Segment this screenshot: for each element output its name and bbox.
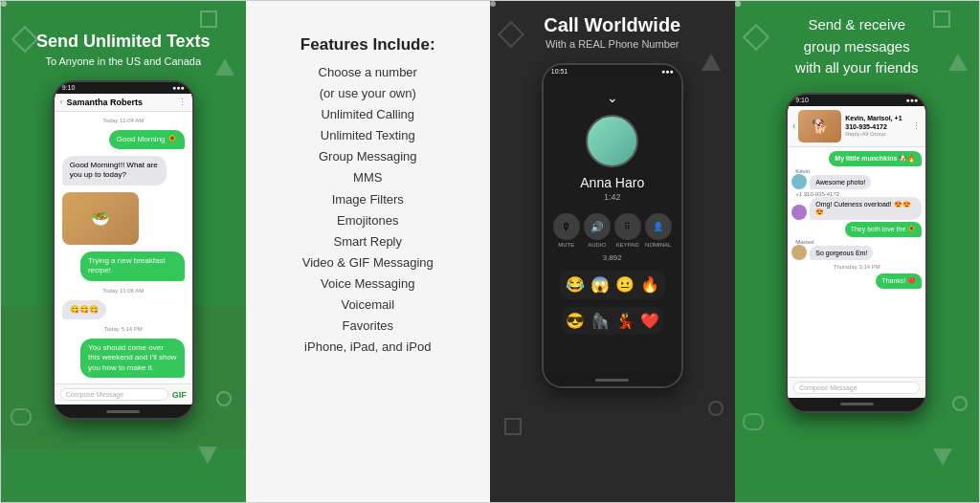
more-icon-group: ⋮	[912, 121, 921, 131]
panel-features: Features Include: Choose a number (or us…	[246, 1, 491, 502]
panel-4-content: Send & receive group messages with all y…	[735, 1, 980, 502]
group-chat-header: ‹ 🐕 Kevin, Marisol, +1 310-935-4172 Repl…	[788, 106, 925, 147]
emoji-scared[interactable]: 😱	[590, 275, 610, 294]
timestamp-3: Today 5:14 PM	[58, 326, 189, 332]
features-list: Choose a number (or use your own) Unlimi…	[257, 62, 479, 358]
panel-4-headline: Send & receive group messages with all y…	[795, 14, 918, 79]
group-message-out: My little munchkins 🐶🔥	[829, 151, 922, 166]
mute-button[interactable]: 🎙 MUTE	[553, 213, 580, 248]
phone-time-4: 9:10	[795, 97, 809, 103]
group-chat-screen: ‹ 🐕 Kevin, Marisol, +1 310-935-4172 Repl…	[788, 106, 925, 398]
emoji-dancer[interactable]: 💃	[615, 312, 635, 330]
sender-avatar-3	[791, 245, 807, 260]
food-photo: 🥗	[62, 192, 139, 245]
feature-item: MMS	[257, 167, 479, 188]
phone-notch-4	[835, 97, 879, 104]
chat-header: ‹ Samantha Roberts ⋮	[55, 94, 192, 112]
phone-top-bar-4: 9:10 ●●●	[788, 95, 925, 106]
messages-list: Today 11:04 AM Good Morning 🌻 Good Morni…	[55, 112, 192, 384]
compose-bar-4: Compose Message	[788, 377, 925, 398]
keypad-label: KEYPAD	[616, 242, 639, 248]
message-row: Marisol So gorgeous Em!	[791, 239, 922, 260]
home-indicator	[106, 410, 140, 413]
phone-notch-3	[593, 67, 636, 75]
phone-bottom-bar-3	[544, 373, 681, 386]
audio-button[interactable]: 🔊 AUDIO	[584, 213, 611, 248]
phone-bottom-bar-4	[788, 398, 925, 411]
mute-label: MUTE	[558, 242, 574, 248]
features-title: Features Include:	[257, 35, 479, 55]
emoji-gorilla[interactable]: 🦍	[590, 312, 610, 330]
feature-item: Video & GIF Messaging	[257, 252, 479, 273]
message-with-avatar-3: So gorgeous Em!	[791, 245, 873, 260]
keypad-button[interactable]: ⠿ KEYPAD	[614, 213, 641, 248]
chevron-down-icon: ⌄	[607, 90, 618, 105]
emoji-laughing[interactable]: 😂	[566, 275, 585, 294]
message-bubble-out-2: They both love the 🌻	[845, 222, 923, 237]
timestamp-1: Today 11:04 AM	[58, 118, 189, 123]
feature-item: Group Messaging	[257, 146, 479, 167]
emoji-sunglasses[interactable]: 😎	[566, 312, 585, 330]
message-text: My little munchkins 🐶🔥	[829, 151, 922, 166]
caller-avatar	[586, 115, 638, 167]
phone-bottom-bar	[55, 405, 192, 418]
feature-item: Unlimited Calling	[257, 104, 479, 125]
compose-input-4[interactable]: Compose Message	[793, 382, 920, 394]
feature-item: Image Filters	[257, 189, 479, 210]
chevron-down-container: ⌄	[607, 90, 618, 105]
group-name: Kevin, Marisol, +1 310-935-4172	[845, 115, 912, 131]
emoji-row-2: 😎 🦍 💃 ❤️	[561, 307, 664, 335]
timestamp-2: Today 11:06 AM	[58, 288, 189, 294]
caller-name: Anna Haro	[580, 175, 644, 190]
call-counter: 3,892	[593, 253, 632, 262]
phone-mockup-3: 10:51 ●●● ⌄ Anna Haro 1:42 🎙 MUTE	[542, 63, 683, 388]
feature-item: Choose a number	[257, 62, 479, 83]
call-screen: ⌄ Anna Haro 1:42 🎙 MUTE 🔊 AUDIO	[544, 77, 681, 373]
gif-button[interactable]: GIF	[172, 390, 187, 400]
group-messages-list: My little munchkins 🐶🔥 Kevin Awesome pho…	[788, 147, 925, 377]
message-bubble-out: Good Morning 🌻	[109, 130, 185, 149]
message-row: Kevin Awesome photo!	[791, 168, 922, 189]
phone-notch	[102, 84, 145, 92]
message-bubble-out: Trying a new breakfast recipe!	[80, 252, 185, 281]
contacts-button[interactable]: 👤 NOMINAL	[645, 213, 672, 248]
phone-time: 9:10	[62, 84, 76, 91]
reply-all-label: Reply-All Group	[845, 131, 912, 137]
back-button[interactable]: ‹	[792, 121, 795, 131]
contacts-label: NOMINAL	[645, 242, 671, 248]
home-indicator-3	[595, 379, 629, 382]
message-row: Good Morning 🌻	[58, 128, 189, 151]
message-bubble-in: 😋😋😋	[62, 300, 106, 319]
feature-item: iPhone, iPad, and iPod	[257, 337, 479, 358]
message-row: Thanks! ❤️	[791, 273, 922, 289]
emoji-fire[interactable]: 🔥	[640, 275, 659, 294]
audio-label: AUDIO	[588, 242, 606, 248]
message-bubble-out: You should come over this weekend and I'…	[80, 339, 185, 378]
message-bubble-in: Good Morning!!! What are you up to today…	[62, 156, 167, 186]
message-row: 😋😋😋	[58, 298, 189, 321]
feature-item: Favorites	[257, 316, 479, 337]
panel-group-messages: Send & receive group messages with all y…	[735, 1, 980, 502]
message-row: Good Morning!!! What are you up to today…	[58, 154, 189, 187]
feature-item: Smart Reply	[257, 231, 479, 252]
message-row: You should come over this weekend and I'…	[58, 337, 189, 380]
emoji-heart[interactable]: ❤️	[640, 312, 659, 330]
call-duration: 1:42	[604, 192, 621, 202]
emoji-reactions: 😂 😱 😐 🔥	[560, 270, 665, 299]
feature-item: Emojitones	[257, 210, 479, 231]
compose-input[interactable]: Compose Message	[60, 388, 168, 401]
sender-avatar-2	[791, 205, 807, 220]
sender-avatar	[791, 174, 807, 189]
panel-3-headline: Call Worldwide	[544, 14, 680, 36]
panel-1-subheadline: To Anyone in the US and Canada	[36, 55, 211, 67]
chat-screen: ‹ Samantha Roberts ⋮ Today 11:04 AM Good…	[55, 94, 192, 405]
message-bubble-in-2: Omg! Cuteness overload! 😍😍😍	[810, 197, 922, 220]
message-bubble-out-3: Thanks! ❤️	[876, 273, 922, 289]
panel-call-worldwide: Call Worldwide With a REAL Phone Number …	[490, 1, 735, 502]
message-row: +1 310-935-4172 Omg! Cuteness overload! …	[791, 191, 922, 220]
group-photo: 🐕	[798, 110, 841, 142]
phone-signal-4: ●●●	[906, 97, 919, 103]
emoji-neutral[interactable]: 😐	[615, 275, 635, 294]
home-indicator-4	[840, 403, 874, 405]
phone-mockup-4: 9:10 ●●● ‹ 🐕 Kevin, Marisol, +1 310-935-…	[786, 93, 927, 413]
